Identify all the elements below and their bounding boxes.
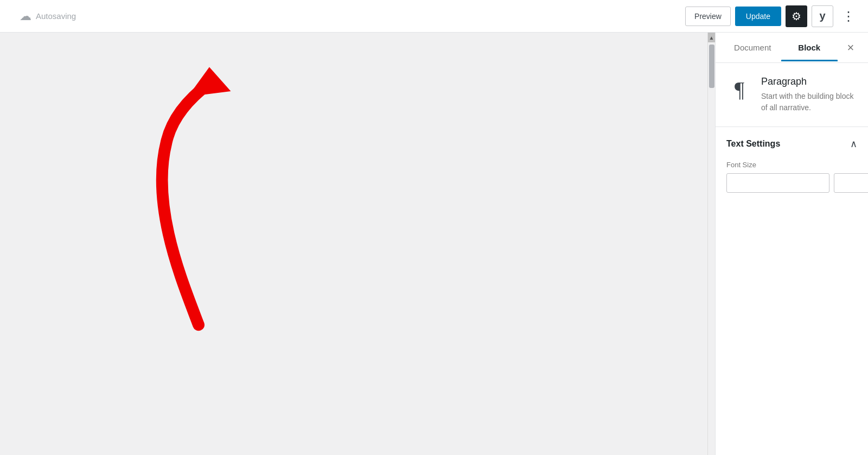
block-description: Start with the building block of all nar…	[761, 91, 857, 113]
paragraph-icon: ¶	[735, 77, 744, 102]
arrow-up-icon: ▲	[709, 35, 714, 41]
block-icon-area: ¶	[726, 76, 752, 102]
gear-icon: ⚙	[792, 10, 801, 23]
more-options-button[interactable]: ⋮	[838, 5, 859, 27]
yoast-icon: y	[819, 10, 825, 22]
block-text: Paragraph Start with the building block …	[761, 76, 857, 113]
yoast-button[interactable]: y	[812, 5, 833, 27]
close-sidebar-button[interactable]: ×	[842, 39, 859, 56]
toolbar: ☁ Autosaving Preview Update ⚙ y ⋮	[0, 0, 868, 33]
sidebar-tabs: Document Block ×	[716, 33, 868, 63]
section-header: Text Settings ∧	[726, 138, 857, 150]
svg-marker-0	[188, 67, 231, 96]
block-title: Paragraph	[761, 76, 857, 87]
scroll-up-arrow[interactable]: ▲	[708, 33, 716, 42]
annotation-arrow	[0, 33, 707, 455]
chevron-up-icon[interactable]: ∧	[850, 138, 857, 150]
preview-button[interactable]: Preview	[685, 7, 731, 26]
scrollbar[interactable]: ▲	[707, 33, 715, 455]
scroll-thumb[interactable]	[709, 45, 714, 88]
font-size-input-main[interactable]	[726, 173, 829, 193]
text-settings-section: Text Settings ∧ Font Size	[716, 127, 868, 204]
editor-area	[0, 33, 707, 455]
font-size-inputs	[726, 173, 857, 193]
font-size-input-unit[interactable]	[834, 173, 868, 193]
font-size-label: Font Size	[726, 161, 857, 169]
section-title: Text Settings	[726, 139, 780, 149]
more-icon: ⋮	[842, 9, 855, 24]
update-button[interactable]: Update	[735, 7, 781, 26]
autosave-area: ☁ Autosaving	[20, 9, 76, 23]
close-icon: ×	[847, 41, 854, 55]
block-info-panel: ¶ Paragraph Start with the building bloc…	[716, 63, 868, 127]
tab-document[interactable]: Document	[724, 34, 781, 61]
autosave-label: Autosaving	[36, 11, 76, 21]
right-sidebar: Document Block × ¶ Paragraph Start with …	[715, 33, 868, 455]
cloud-icon: ☁	[20, 9, 31, 23]
main-area: ▲ Document Block × ¶ Paragraph Start wit…	[0, 33, 868, 455]
settings-button[interactable]: ⚙	[786, 5, 807, 27]
tab-block[interactable]: Block	[781, 34, 838, 61]
